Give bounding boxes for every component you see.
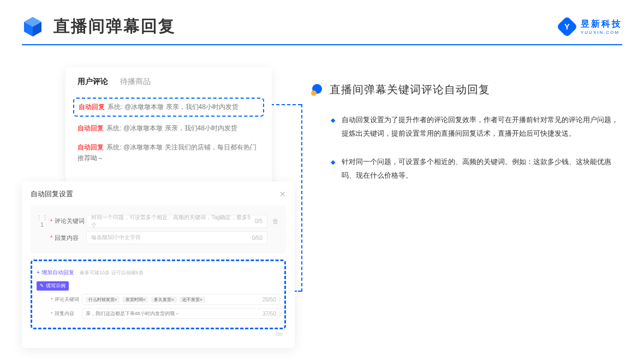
delete-icon[interactable]: 🗑 <box>271 218 281 225</box>
keyword-input[interactable]: 对同一个问题，可设置多个相近、高频的关键词，Tag确定，最多5个 0/5 <box>86 215 267 228</box>
auto-reply-tag: 自动回复 <box>79 103 105 111</box>
example-keyword-counter: 20/50 <box>263 297 276 303</box>
example-content-input: 亲，我们这边都是下单48小时内发货的哦～ 37/50 <box>82 308 280 319</box>
settings-title: 自动回复设置 <box>31 189 73 199</box>
comment-row-highlighted: 自动回复 系统: @冰墩墩本墩 亲亲，我们48小时内发货 <box>73 98 264 117</box>
connector-line <box>301 104 302 292</box>
brand-logo: Y 昱新科技 YUUXIN.COM <box>558 17 622 36</box>
tab-products[interactable]: 待播商品 <box>120 77 151 87</box>
keyword-counter: 0/5 <box>255 218 263 224</box>
required-mark: * <box>51 297 53 302</box>
left-column: 用户评论 待播商品 自动回复 系统: @冰墩墩本墩 亲亲，我们48小时内发货 自… <box>22 67 295 198</box>
required-mark: * <box>50 234 52 241</box>
example-content-counter: 37/50 <box>263 311 276 317</box>
form-block: ⋮⋮ 1 * 评论关键词 对同一个问题，可设置多个相近、高频的关键词，Tag确定… <box>31 206 286 253</box>
add-note: 最多可建10条 还可以创建9条 <box>80 270 144 275</box>
auto-reply-tag: 自动回复 <box>77 124 104 132</box>
settings-panel: 自动回复设置 ✕ ⋮⋮ 1 * 评论关键词 对同一个问题，可设置多个相近、高频的… <box>22 182 295 348</box>
comment-text: 系统: @冰墩墩本墩 关注我们的店铺，每日都有热门推荐呦～ <box>77 143 257 161</box>
outer-counter: /50 <box>31 331 286 337</box>
add-auto-reply-link[interactable]: + 增加自动回复 <box>37 269 74 276</box>
comment-text: 系统: @冰墩墩本墩 亲亲，我们48小时内发货 <box>108 103 238 111</box>
bullet-item: 自动回复设置为了提升作者的评论回复效率，作者可在开播前针对常见的评论用户问题，提… <box>331 113 622 140</box>
tag-chip: 发货时间× <box>123 297 148 303</box>
tab-user-comments[interactable]: 用户评论 <box>77 77 108 87</box>
auto-reply-tag: 自动回复 <box>77 143 104 151</box>
close-icon[interactable]: ✕ <box>279 190 286 198</box>
required-mark: * <box>50 218 52 225</box>
section-title: 直播间弹幕关键词评论自动回复 <box>330 82 490 97</box>
connector-line <box>271 104 301 105</box>
svg-text:Y: Y <box>564 22 570 31</box>
example-highlight-box: + 增加自动回复 最多可建10条 还可以创建9条 ✎ 填写示例 * 评论关键词 … <box>31 260 286 329</box>
tag-chip: 多久发货× <box>151 297 177 303</box>
header: 直播间弹幕回复 Y 昱新科技 YUUXIN.COM <box>0 0 644 44</box>
cube-icon <box>22 16 44 38</box>
content-counter: 0/50 <box>252 235 263 241</box>
content-label: 回复内容 <box>55 234 86 242</box>
comment-row: 自动回复 系统: @冰墩墩本墩 亲亲，我们48小时内发货 <box>65 119 272 138</box>
brand-name: 昱新科技 <box>581 19 622 30</box>
keyword-label: 评论关键词 <box>55 217 86 225</box>
right-column: 直播间弹幕关键词评论自动回复 自动回复设置为了提升作者的评论回复效率，作者可在开… <box>311 67 622 198</box>
row-index-badge: ⋮⋮ 1 <box>36 214 48 228</box>
comment-text: 系统: @冰墩墩本墩 亲亲，我们48小时内发货 <box>106 124 237 132</box>
tag-chip: 还不发货× <box>180 297 205 303</box>
content-input[interactable]: 每条限50个中文字符 0/50 <box>86 231 267 244</box>
comment-row: 自动回复 系统: @冰墩墩本墩 关注我们的店铺，每日都有热门推荐呦～ <box>65 138 272 167</box>
comment-panel: 用户评论 待播商品 自动回复 系统: @冰墩墩本墩 亲亲，我们48小时内发货 自… <box>65 67 272 188</box>
example-keyword-label: 评论关键词 <box>55 296 82 303</box>
tag-chip: 什么时候发货× <box>86 297 120 303</box>
brand-sub: YUUXIN.COM <box>581 30 622 35</box>
example-badge: ✎ 填写示例 <box>37 281 69 291</box>
bullet-item: 针对同一个问题，可设置多个相近的、高频的关键词。例如：这款多少钱、这块能优惠吗、… <box>331 155 622 182</box>
section-bullet-icon <box>311 84 323 96</box>
example-keyword-input: 什么时候发货× 发货时间× 多久发货× 还不发货× 20/50 <box>82 294 280 305</box>
example-content-label: 回复内容 <box>55 310 82 317</box>
required-mark: * <box>51 311 53 316</box>
page-title: 直播间弹幕回复 <box>53 15 176 38</box>
brand-icon: Y <box>558 17 576 36</box>
